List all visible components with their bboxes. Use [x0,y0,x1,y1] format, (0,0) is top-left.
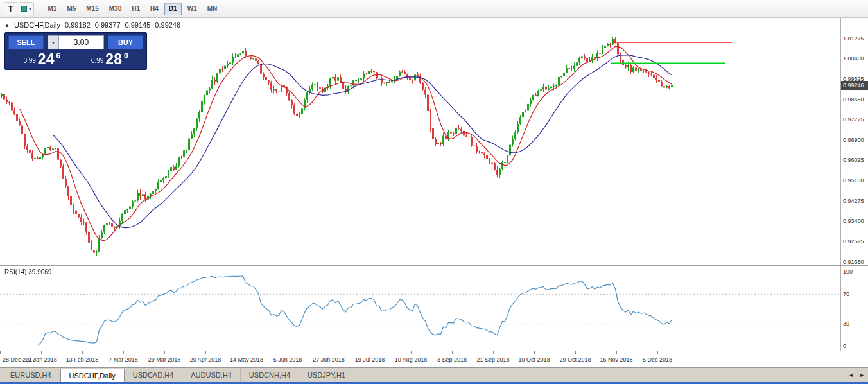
date-tick-label: 22 Jan 2018 [25,356,57,363]
low-value: 0.99145 [125,21,151,29]
date-tick-mark [288,351,288,354]
rsi-axis[interactable]: 10070300 [841,266,868,351]
date-tick-mark [657,351,658,354]
volume-control: ▼ 3.00 [48,35,104,49]
date-axis[interactable]: 28 Dec 201722 Jan 201813 Feb 20187 Mar 2… [0,351,868,367]
collapse-arrow-icon[interactable]: ▲ [4,22,10,28]
timeframe-button-mn[interactable]: MN [203,3,222,15]
date-tick-mark [123,351,124,354]
date-tick-label: 19 Jul 2018 [355,356,385,363]
high-value: 0.99377 [95,21,121,29]
date-tick-mark [575,351,576,354]
terminal-window: T ▾ M1M5M15M30H1H4D1W1MN 0.99246 1.01275… [0,0,868,384]
timeframe-button-h4[interactable]: H4 [146,3,163,15]
date-tick-label: 3 Sep 2018 [437,356,467,363]
text-tool-button[interactable]: T [4,2,17,15]
timeframe-button-m1[interactable]: M1 [44,3,62,15]
rsi-panel: 10070300 RSI(14) 39.9069 [0,265,868,351]
price-tick-label: 0.94275 [843,198,864,204]
date-tick-mark [41,351,42,354]
ohlc-values: 0.99182 0.99377 0.99145 0.99246 [65,21,180,29]
price-tick-label: 0.99525 [843,76,864,82]
date-tick-mark [329,351,329,354]
date-tick-label: 10 Oct 2018 [518,356,550,363]
tab-list: EURUSD,H4USDCHF,DailyUSDCAD,H4AUDUSD,H4U… [2,368,354,382]
close-value: 0.99246 [155,21,180,29]
timeframe-button-h1[interactable]: H1 [127,3,144,15]
tab-audusd-h4[interactable]: AUDUSD,H4 [182,368,241,382]
tab-usdchf-daily[interactable]: USDCHF,Daily [60,369,125,382]
drawing-tool-icon [21,6,27,12]
ask-big-digits: 28 [105,53,122,66]
buy-button[interactable]: BUY [108,35,143,49]
date-tick-label: 21 Sep 2018 [476,356,509,363]
rsi-chart-canvas[interactable] [0,266,840,351]
timeframe-button-w1[interactable]: W1 [183,3,202,15]
date-tick-label: 5 Jun 2018 [273,356,302,363]
timeframe-button-d1[interactable]: D1 [164,3,182,15]
tab-scroll-left-icon[interactable]: ◄ [848,372,854,378]
date-tick-label: 27 Jun 2018 [313,356,345,363]
tab-usdcad-h4[interactable]: USDCAD,H4 [125,368,183,382]
rsi-tick-label: 100 [843,268,853,275]
date-tick-mark [411,351,412,354]
date-tick-label: 13 Feb 2018 [66,356,99,363]
date-tick-label: 10 Aug 2018 [395,356,428,363]
date-tick-mark [247,351,247,354]
price-tick-label: 1.00400 [843,55,864,62]
date-tick-mark [493,351,494,354]
ask-pip-digit: 0 [124,51,128,60]
tab-usdjpy-h1[interactable]: USDJPY,H1 [299,368,354,382]
date-tick-label: 7 Mar 2018 [108,356,138,363]
date-tick-mark [205,351,206,354]
date-tick-label: 29 Mar 2018 [148,356,181,363]
chart-tab-bar: EURUSD,H4USDCHF,DailyUSDCAD,H4AUDUSD,H4U… [0,367,868,382]
ask-price[interactable]: 0.99 28 0 [76,51,144,67]
sell-button[interactable]: SELL [8,35,44,49]
chart-area: 0.99246 1.012751.004000.995250.986500.97… [0,18,868,265]
drawing-tool-button[interactable]: ▾ [19,2,34,15]
rsi-indicator-label: RSI(14) 39.9069 [4,268,51,275]
timeframe-button-m15[interactable]: M15 [82,3,103,15]
rsi-tick-label: 0 [843,343,846,349]
timeframe-button-m30[interactable]: M30 [105,3,126,15]
volume-dropdown-button[interactable]: ▼ [48,35,58,49]
one-click-trade-panel: SELL ▼ 3.00 BUY 0.99 24 6 0.99 28 0 [4,32,147,70]
price-tick-label: 0.91650 [843,259,864,265]
date-tick-mark [82,351,83,354]
date-tick-mark [370,351,370,354]
bid-pip-digit: 6 [56,51,60,60]
price-tick-label: 1.01275 [843,35,864,42]
rsi-tick-label: 30 [843,320,849,327]
date-tick-mark [534,351,535,354]
date-tick-label: 16 Nov 2018 [600,356,632,363]
price-tick-label: 0.96025 [843,157,864,163]
chevron-down-icon: ▾ [29,6,31,12]
price-tick-label: 0.93400 [843,218,864,224]
toolbar-separator [39,3,39,15]
bid-prefix: 0.99 [23,57,35,64]
price-tick-label: 0.97775 [843,116,864,123]
volume-input[interactable]: 3.00 [58,35,104,49]
date-tick-label: 5 Dec 2018 [643,356,672,363]
price-tick-label: 0.98650 [843,96,864,103]
date-tick-mark [0,351,1,354]
chart-title: USDCHF,Daily [14,21,60,29]
price-tick-label: 0.92525 [843,238,864,245]
timeframe-button-m5[interactable]: M5 [62,3,80,15]
open-value: 0.99182 [65,21,91,29]
price-tick-label: 0.96900 [843,137,864,143]
tab-scroll-right-icon[interactable]: ► [859,372,865,378]
date-tick-mark [164,351,165,354]
date-tick-mark [616,351,617,354]
tab-scroll-controls: ◄ ► [848,368,865,382]
date-tick-label: 14 May 2018 [230,356,263,363]
date-tick-label: 20 Apr 2018 [190,356,221,363]
tab-eurusd-h4[interactable]: EURUSD,H4 [2,368,60,382]
price-axis[interactable]: 0.99246 1.012751.004000.995250.986500.97… [841,18,868,265]
date-tick-mark [452,351,453,354]
price-tick-label: 0.95150 [843,177,864,184]
tab-usdcnh-h4[interactable]: USDCNH,H4 [241,368,299,382]
bid-price[interactable]: 0.99 24 6 [8,51,76,67]
bid-big-digits: 24 [38,53,55,66]
